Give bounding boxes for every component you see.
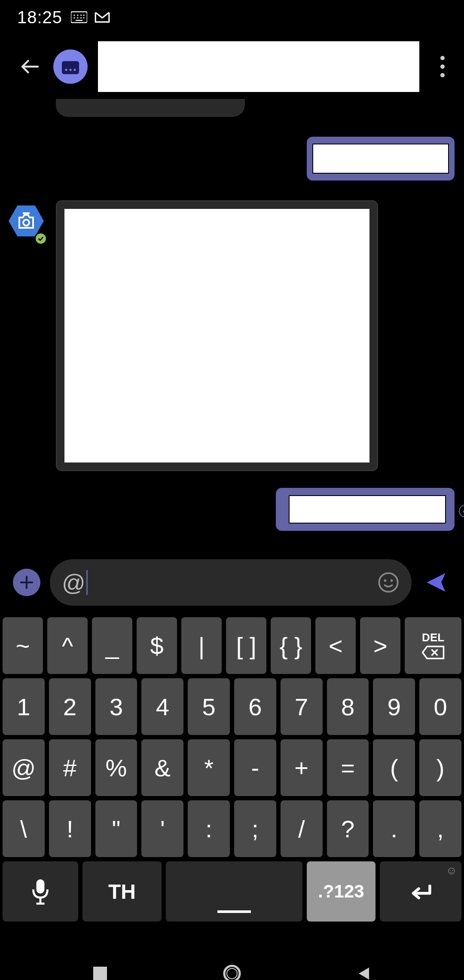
key-hash[interactable]: # (49, 739, 91, 796)
key-4[interactable]: 4 (141, 678, 183, 735)
keyboard-indicator-icon (71, 11, 87, 24)
svg-rect-9 (76, 20, 82, 21)
key-ampersand[interactable]: & (141, 739, 183, 796)
key-paren-close[interactable]: ) (419, 739, 461, 796)
message-delivered-icon (459, 505, 464, 518)
sender-avatar (9, 205, 44, 236)
key-semicolon[interactable]: ; (234, 800, 276, 857)
svg-point-12 (65, 69, 67, 71)
key-question[interactable]: ? (327, 800, 369, 857)
key-9[interactable]: 9 (373, 678, 415, 735)
nav-recent-button[interactable] (87, 961, 113, 980)
key-percent[interactable]: % (95, 739, 137, 796)
more-options-button[interactable] (430, 49, 455, 84)
mic-icon (30, 877, 51, 906)
sent-message-1[interactable] (307, 137, 455, 181)
key-6[interactable]: 6 (234, 678, 276, 735)
key-enter[interactable]: ☺ (380, 861, 461, 922)
key-7[interactable]: 7 (281, 678, 323, 735)
square-icon (92, 965, 109, 980)
compose-bar: @ (0, 550, 464, 615)
key-comma[interactable]: , (419, 800, 461, 857)
emoji-button[interactable] (377, 571, 400, 594)
key-less-than[interactable]: < (315, 617, 356, 674)
key-language[interactable]: TH (82, 861, 162, 922)
key-1[interactable]: 1 (3, 678, 45, 735)
svg-rect-23 (93, 967, 107, 980)
svg-point-7 (80, 17, 82, 18)
plus-icon (18, 574, 35, 591)
chat-title[interactable] (98, 41, 419, 92)
sent-message-2[interactable] (276, 488, 455, 531)
enter-icon (408, 881, 433, 902)
more-dot-icon (440, 56, 445, 60)
key-delete[interactable]: DEL (405, 617, 461, 674)
key-paren-open[interactable]: ( (373, 739, 415, 796)
key-8[interactable]: 8 (327, 678, 369, 735)
message-content (312, 144, 449, 174)
nav-back-button[interactable] (351, 961, 377, 980)
key-asterisk[interactable]: * (188, 739, 230, 796)
status-icons (71, 11, 110, 24)
svg-point-6 (77, 17, 78, 18)
key-underscore[interactable]: _ (92, 617, 132, 674)
key-0[interactable]: 0 (419, 678, 461, 735)
key-greater-than[interactable]: > (360, 617, 400, 674)
received-message[interactable] (56, 200, 378, 471)
send-icon (424, 570, 449, 595)
svg-point-2 (77, 15, 78, 16)
key-space[interactable] (166, 861, 302, 922)
message-bubble-partial[interactable] (56, 99, 245, 117)
svg-point-14 (74, 69, 76, 71)
svg-point-5 (73, 17, 75, 18)
chat-messages[interactable] (0, 99, 464, 550)
back-arrow-icon (18, 55, 42, 78)
key-braces[interactable]: { } (271, 617, 311, 674)
back-button[interactable] (13, 49, 47, 84)
sender-avatar-wrap[interactable] (9, 205, 47, 244)
backspace-icon (421, 644, 445, 661)
soft-keyboard: ~ ^ _ $ | [ ] { } < > DEL 1 2 3 4 5 6 7 … (0, 615, 464, 946)
key-squote[interactable]: ' (141, 800, 183, 857)
key-tilde[interactable]: ~ (3, 617, 43, 674)
svg-point-8 (83, 17, 85, 18)
key-symbols-toggle[interactable]: .?123 (307, 861, 375, 922)
key-exclaim[interactable]: ! (49, 800, 91, 857)
compose-text-value: @ (62, 569, 85, 596)
svg-rect-11 (62, 61, 79, 66)
nav-home-button[interactable] (219, 961, 245, 980)
text-cursor (86, 570, 88, 595)
key-dollar[interactable]: $ (137, 617, 177, 674)
key-equals[interactable]: = (327, 739, 369, 796)
key-pipe[interactable]: | (181, 617, 222, 674)
presence-available-icon (34, 232, 47, 245)
triangle-back-icon (355, 965, 372, 980)
svg-point-19 (391, 579, 393, 582)
calendar-icon (60, 58, 81, 75)
key-backslash[interactable]: \ (3, 800, 45, 857)
compose-input[interactable]: @ (50, 559, 412, 606)
svg-point-4 (83, 15, 85, 16)
svg-point-1 (73, 15, 75, 16)
key-3[interactable]: 3 (95, 678, 137, 735)
key-plus[interactable]: + (281, 739, 323, 796)
key-colon[interactable]: : (188, 800, 230, 857)
key-minus[interactable]: - (234, 739, 276, 796)
svg-point-3 (80, 15, 82, 16)
channel-avatar[interactable] (53, 49, 88, 84)
circle-icon (222, 963, 242, 980)
key-slash[interactable]: / (281, 800, 323, 857)
key-brackets[interactable]: [ ] (226, 617, 266, 674)
svg-point-18 (384, 579, 387, 582)
svg-point-25 (227, 968, 237, 979)
add-attachment-button[interactable] (13, 569, 40, 596)
key-period[interactable]: . (373, 800, 415, 857)
send-button[interactable] (421, 567, 451, 597)
key-mic[interactable] (3, 861, 78, 922)
key-at[interactable]: @ (3, 739, 45, 796)
key-2[interactable]: 2 (49, 678, 91, 735)
key-dquote[interactable]: " (95, 800, 137, 857)
key-5[interactable]: 5 (188, 678, 230, 735)
status-time: 18:25 (17, 8, 62, 27)
key-caret[interactable]: ^ (47, 617, 88, 674)
